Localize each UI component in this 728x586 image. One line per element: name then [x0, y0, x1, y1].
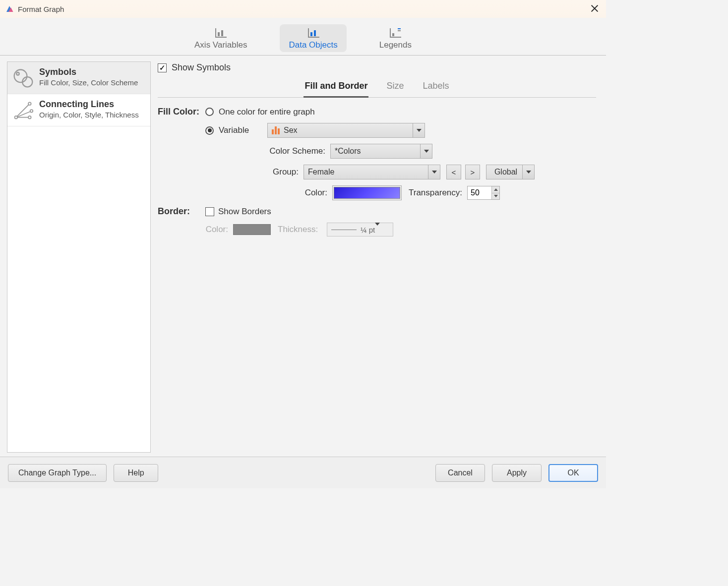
- group-dropdown[interactable]: Female: [303, 165, 440, 179]
- sidebar-item-symbols[interactable]: Symbols Fill Color, Size, Color Scheme: [7, 62, 150, 94]
- title-bar: Format Graph: [0, 0, 606, 18]
- category-sidebar: Symbols Fill Color, Size, Color Scheme C…: [7, 61, 151, 453]
- tab-data-objects[interactable]: Data Objects: [280, 24, 346, 52]
- fill-color-swatch[interactable]: [334, 187, 400, 199]
- subtab-labels[interactable]: Labels: [422, 79, 450, 97]
- thickness-dropdown: ¼ pt: [327, 223, 393, 236]
- svg-rect-5: [314, 30, 316, 36]
- subtab-size[interactable]: Size: [385, 79, 405, 97]
- symbols-icon: [12, 67, 34, 89]
- chart-data-icon: [307, 27, 320, 38]
- radio-one-color-label: One color for entire graph: [219, 107, 315, 117]
- subtab-fill-and-border[interactable]: Fill and Border: [303, 79, 368, 98]
- line-preview-icon: [331, 230, 357, 230]
- ok-button[interactable]: OK: [548, 464, 598, 482]
- variable-dropdown[interactable]: Sex: [267, 123, 425, 138]
- content-pane: Show Symbols Fill and Border Size Labels…: [157, 61, 599, 453]
- show-borders-label: Show Borders: [218, 207, 271, 217]
- border-section-label: Border:: [158, 206, 205, 217]
- connecting-lines-icon: [12, 99, 34, 121]
- subtab-strip: Fill and Border Size Labels: [158, 79, 596, 98]
- chevron-down-icon: [522, 165, 534, 179]
- spinner-up-button[interactable]: [491, 186, 499, 193]
- tab-legends[interactable]: Legends: [370, 24, 421, 52]
- help-button[interactable]: Help: [114, 464, 158, 482]
- categorical-variable-icon: [272, 126, 280, 134]
- show-symbols-checkbox[interactable]: [158, 63, 167, 72]
- app-logo-icon: [5, 4, 14, 13]
- show-symbols-label: Show Symbols: [172, 62, 231, 73]
- group-label: Group:: [269, 167, 303, 177]
- fill-color-section-label: Fill Color:: [158, 107, 205, 117]
- chevron-down-icon: [375, 226, 380, 234]
- cancel-button[interactable]: Cancel: [435, 464, 485, 482]
- radio-variable-label: Variable: [219, 125, 258, 135]
- radio-variable[interactable]: [205, 126, 214, 135]
- main-tabstrip: Axis Variables Data Objects Legends: [0, 18, 606, 56]
- group-next-button[interactable]: >: [465, 165, 480, 179]
- chevron-down-icon: [428, 165, 440, 179]
- color-scheme-label: Color Scheme:: [269, 146, 330, 156]
- chart-axis-icon: [214, 27, 227, 38]
- group-prev-button[interactable]: <: [446, 165, 461, 179]
- group-scope-dropdown[interactable]: Global: [486, 165, 535, 179]
- border-color-label: Color:: [205, 225, 233, 234]
- close-button[interactable]: [590, 4, 599, 13]
- svg-rect-4: [310, 32, 312, 36]
- chart-legend-icon: [389, 27, 402, 38]
- chevron-down-icon: [420, 144, 432, 158]
- tab-axis-variables[interactable]: Axis Variables: [185, 24, 256, 52]
- spinner-down-button[interactable]: [491, 193, 499, 200]
- border-color-swatch: [233, 224, 271, 235]
- svg-rect-3: [221, 30, 223, 36]
- svg-rect-6: [392, 33, 394, 36]
- color-scheme-dropdown[interactable]: *Colors: [330, 144, 432, 159]
- sidebar-item-connecting-lines[interactable]: Connecting Lines Origin, Color, Style, T…: [7, 94, 150, 126]
- svg-rect-8: [398, 30, 401, 31]
- dialog-footer: Change Graph Type... Help Cancel Apply O…: [0, 457, 606, 488]
- apply-button[interactable]: Apply: [492, 464, 542, 482]
- transparency-label: Transparency:: [409, 188, 467, 198]
- svg-rect-7: [398, 28, 401, 29]
- show-borders-checkbox[interactable]: [205, 207, 214, 216]
- radio-one-color[interactable]: [205, 108, 214, 116]
- thickness-label: Thickness:: [278, 225, 323, 234]
- transparency-spinner[interactable]: [467, 186, 500, 200]
- change-graph-type-button[interactable]: Change Graph Type...: [8, 464, 107, 482]
- window-title: Format Graph: [18, 5, 64, 13]
- svg-rect-2: [218, 32, 220, 36]
- svg-point-10: [16, 72, 19, 75]
- chevron-down-icon: [413, 123, 425, 137]
- color-label: Color:: [303, 188, 332, 198]
- svg-point-9: [14, 70, 27, 83]
